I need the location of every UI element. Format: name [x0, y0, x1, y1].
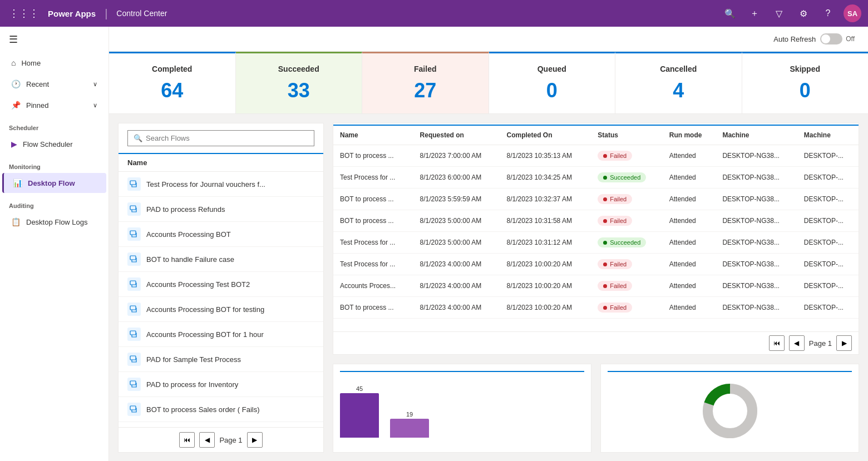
svg-rect-9: [130, 406, 136, 410]
sidebar-item-recent[interactable]: 🕐 Recent ∨: [2, 74, 106, 94]
sidebar-item-pinned[interactable]: 📌 Pinned ∨: [2, 95, 106, 115]
table-row[interactable]: BOT to process ... 8/1/2023 5:00:00 AM 8…: [333, 210, 859, 232]
bar1-label: 45: [356, 385, 363, 392]
stat-card-failed[interactable]: Failed 27: [362, 52, 489, 113]
plus-icon[interactable]: ＋: [746, 4, 763, 22]
status-badge: Failed: [598, 151, 632, 161]
cell-status: Succeeded: [591, 232, 663, 254]
stat-label-queued: Queued: [502, 65, 602, 73]
main-content: Auto Refresh Off Completed 64 Succeeded …: [109, 27, 868, 461]
flow-list-item[interactable]: Accounts Processing BOT for 1 hour: [119, 322, 323, 347]
user-avatar[interactable]: SA: [844, 4, 861, 22]
cell-machine2: DESKTOP-...: [797, 189, 859, 210]
runs-table: Name Requested on Completed On Status Ru…: [333, 126, 859, 319]
cell-machine2: DESKTOP-...: [797, 210, 859, 232]
stat-card-completed[interactable]: Completed 64: [109, 52, 236, 113]
first-page-button[interactable]: ⏮: [179, 432, 195, 448]
table-row[interactable]: Test Process for ... 8/1/2023 5:00:00 AM…: [333, 232, 859, 254]
svg-rect-1: [130, 206, 136, 210]
svg-rect-2: [130, 231, 136, 235]
status-dot: [603, 154, 607, 158]
home-icon: ⌂: [11, 58, 16, 67]
stat-card-cancelled[interactable]: Cancelled 4: [615, 52, 742, 113]
cell-status: Succeeded: [591, 167, 663, 189]
sidebar-item-label: Desktop Flow Logs: [26, 218, 88, 226]
flow-list-item[interactable]: Accounts Processing Test BOT2: [119, 272, 323, 297]
flow-list-item[interactable]: BOT to process Sales order ( Fails): [119, 397, 323, 422]
search-input[interactable]: [146, 134, 308, 142]
flow-list-item[interactable]: Test Process for Journal vouchers f...: [119, 172, 323, 197]
svg-rect-0: [130, 181, 136, 185]
flow-item-name: PAD to process for Inventory: [146, 380, 238, 389]
cell-machine1: DESKTOP-NG38...: [716, 232, 797, 254]
cell-machine2: DESKTOP-...: [797, 145, 859, 167]
cell-runmode: Attended: [663, 210, 716, 232]
flow-list-item[interactable]: PAD to process Forms Submissions: [119, 422, 323, 427]
flow-list-item[interactable]: Accounts Processing BOT: [119, 222, 323, 247]
cell-runmode: Attended: [663, 167, 716, 189]
sidebar-item-home[interactable]: ⌂ Home: [2, 53, 106, 73]
cell-machine2: DESKTOP-...: [797, 254, 859, 275]
help-icon[interactable]: ?: [819, 4, 837, 22]
auto-refresh-toggle[interactable]: [820, 33, 842, 44]
table-row[interactable]: Accounts Proces... 8/1/2023 4:00:00 AM 8…: [333, 275, 859, 297]
flow-list-item[interactable]: PAD for Sample Test Process: [119, 347, 323, 372]
status-badge: Succeeded: [598, 172, 646, 182]
cell-requested: 8/1/2023 7:00:00 AM: [413, 145, 500, 167]
bar2-label: 19: [406, 411, 413, 418]
col-machine1: Machine: [716, 126, 797, 145]
status-dot: [603, 197, 607, 201]
table-row[interactable]: BOT to process ... 8/1/2023 7:00:00 AM 8…: [333, 145, 859, 167]
cell-name: BOT to process ...: [333, 145, 413, 167]
cell-completed: 8/1/2023 10:31:58 AM: [500, 210, 591, 232]
flow-list-item[interactable]: PAD to process Refunds: [119, 197, 323, 222]
sidebar-item-label: Pinned: [26, 101, 48, 110]
search-icon[interactable]: 🔍: [721, 4, 739, 22]
flow-list-item[interactable]: PAD to process for Inventory: [119, 372, 323, 397]
table-page-label: Page 1: [809, 339, 832, 348]
table-row[interactable]: BOT to process ... 8/1/2023 5:59:59 AM 8…: [333, 189, 859, 210]
next-page-button[interactable]: ▶: [247, 432, 263, 448]
sidebar-item-flow-scheduler[interactable]: ▶ Flow Scheduler: [2, 134, 106, 154]
cell-machine1: DESKTOP-NG38...: [716, 254, 797, 275]
status-dot: [603, 241, 607, 245]
filter-icon[interactable]: ▽: [770, 4, 788, 22]
stat-card-skipped[interactable]: Skipped 0: [742, 52, 869, 113]
search-box[interactable]: 🔍: [127, 130, 314, 146]
cell-completed: 8/1/2023 10:35:13 AM: [500, 145, 591, 167]
topbar: ⋮⋮⋮ Power Apps | Control Center 🔍 ＋ ▽ ⚙ …: [0, 0, 868, 27]
flow-item-name: Accounts Processing BOT for testing: [146, 305, 264, 314]
table-next-page-button[interactable]: ▶: [836, 335, 852, 351]
stat-card-queued[interactable]: Queued 0: [489, 52, 616, 113]
svg-rect-8: [130, 381, 136, 385]
stat-value-succeeded: 33: [249, 79, 349, 102]
flow-item-icon: [127, 328, 141, 341]
table-prev-page-button[interactable]: ◀: [789, 335, 805, 351]
stat-value-failed: 27: [376, 79, 475, 102]
stat-value-completed: 64: [122, 79, 222, 102]
cell-machine1: DESKTOP-NG38...: [716, 145, 797, 167]
flow-list-item[interactable]: Accounts Processing BOT for testing: [119, 297, 323, 322]
table-container: Name Requested on Completed On Status Ru…: [333, 126, 859, 331]
prev-page-button[interactable]: ◀: [199, 432, 215, 448]
flow-list-item[interactable]: BOT to handle Failure case: [119, 247, 323, 272]
flow-panel: 🔍 Name Test Process for Journal vouchers…: [118, 123, 324, 453]
table-row[interactable]: Test Process for ... 8/1/2023 6:00:00 AM…: [333, 167, 859, 189]
sidebar-item-desktop-flow-logs[interactable]: 📋 Desktop Flow Logs: [2, 212, 106, 232]
sidebar-item-desktop-flow[interactable]: 📊 Desktop Flow: [2, 173, 106, 193]
apps-grid-icon[interactable]: ⋮⋮⋮: [7, 5, 41, 22]
settings-icon[interactable]: ⚙: [795, 4, 812, 22]
flow-item-name: Test Process for Journal vouchers f...: [146, 180, 265, 189]
hamburger-menu[interactable]: ☰: [0, 27, 108, 52]
table-footer: ⏮ ◀ Page 1 ▶: [333, 331, 859, 354]
cell-status: Failed: [591, 254, 663, 275]
flow-item-icon: [127, 303, 141, 316]
stat-card-succeeded[interactable]: Succeeded 33: [236, 52, 363, 113]
table-row[interactable]: BOT to process ... 8/1/2023 4:00:00 AM 8…: [333, 297, 859, 319]
table-first-page-button[interactable]: ⏮: [769, 335, 785, 351]
flow-item-name: PAD for Sample Test Process: [146, 355, 241, 364]
table-row[interactable]: Test Process for ... 8/1/2023 4:00:00 AM…: [333, 254, 859, 275]
topbar-title: Control Center: [116, 9, 167, 18]
logs-icon: 📋: [11, 217, 21, 226]
sidebar-item-label: Flow Scheduler: [23, 140, 73, 148]
